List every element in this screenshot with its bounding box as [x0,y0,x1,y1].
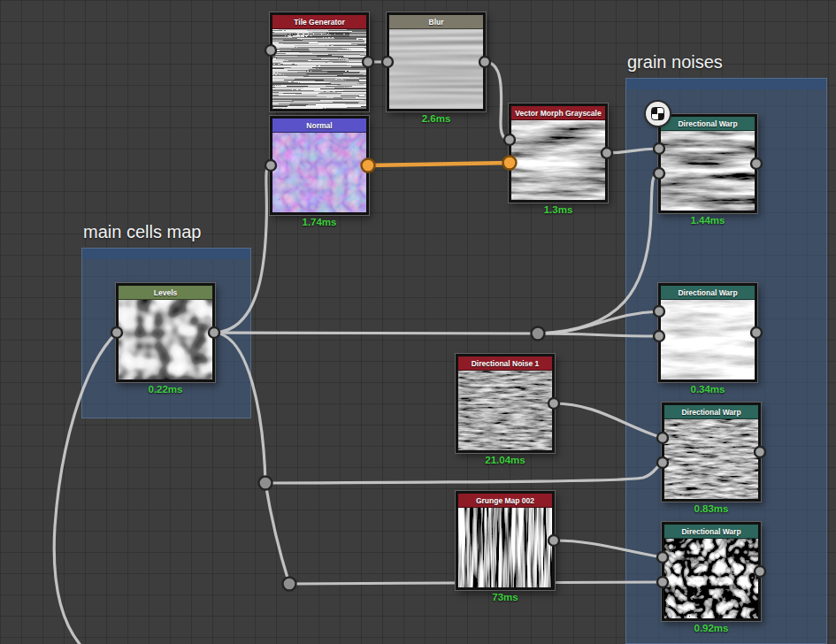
frame-header[interactable] [82,249,250,259]
node-directional-warp-2[interactable]: Directional Warp [658,283,757,382]
node-render-time: 0.22ms [116,384,215,395]
node-directional-warp-4[interactable]: Directional Warp [662,522,761,621]
frame-title-main-cells-map: main cells map [83,222,201,242]
node-render-time: 21.04ms [456,455,555,465]
node-render-time: 1.3ms [509,204,608,215]
wire [214,333,538,334]
node-title: Directional Warp [664,405,758,419]
node-blur[interactable]: Blur [387,12,486,111]
node-title: Directional Warp [664,525,758,539]
node-title: Vector Morph Grayscale [511,106,605,120]
node-render-time: 0.92ms [662,623,761,633]
node-levels[interactable]: Levels [116,283,215,382]
node-title: Levels [119,286,212,300]
node-directional-warp-3[interactable]: Directional Warp [662,402,761,502]
graph-canvas[interactable]: main cells map grain noises Tile Generat… [0,0,836,644]
node-normal[interactable]: Normal [270,116,369,215]
node-title: Directional Noise 1 [458,356,552,371]
node-grunge-map-002[interactable]: Grunge Map 002 [456,491,555,590]
node-title: Directional Warp [661,117,755,131]
frame-resource-icon[interactable] [646,102,670,126]
node-directional-noise-1[interactable]: Directional Noise 1 [456,354,555,453]
node-title: Blur [389,15,483,29]
node-render-time: 0.83ms [662,503,761,514]
node-vector-morph-grayscale[interactable]: Vector Morph Grayscale [509,104,608,203]
node-render-time: 2.6ms [387,113,486,124]
node-render-time: 1.44ms [658,215,757,226]
node-render-time: 0.34ms [658,384,757,395]
wire [265,463,663,483]
node-title: Tile Generator [272,15,366,29]
wire-active [368,163,510,165]
node-tile-generator[interactable]: Tile Generator [270,12,369,111]
node-render-time: 73ms [456,592,555,602]
node-title: Grunge Map 002 [458,494,552,508]
checkerboard-icon [651,107,664,120]
wire-junction-dot[interactable] [283,578,296,591]
node-directional-warp-1[interactable]: Directional Warp [658,114,757,213]
wire-junction-dot[interactable] [259,477,272,490]
wire [485,62,510,140]
frame-title-grain-noises: grain noises [627,52,723,73]
wire [265,483,289,584]
frame-header[interactable] [626,79,826,89]
node-render-time: 1.74ms [270,217,369,227]
wire-junction-dot[interactable] [532,327,545,341]
node-title: Normal [272,119,366,133]
node-title: Directional Warp [661,286,755,300]
